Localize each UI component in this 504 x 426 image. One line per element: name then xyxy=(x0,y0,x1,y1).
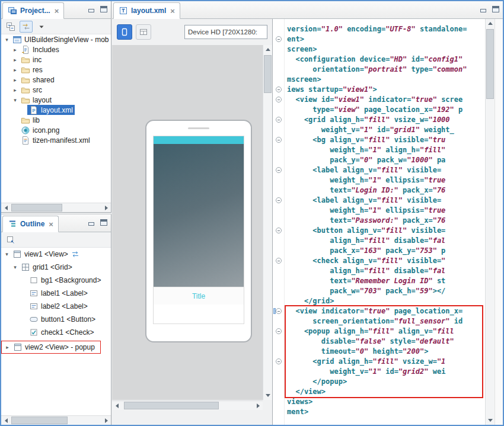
code-line[interactable]: text="Password:" pack_x="76 xyxy=(287,216,485,226)
design-view-button[interactable] xyxy=(117,24,132,40)
scroll-up-icon[interactable] xyxy=(263,45,273,54)
code-line[interactable]: orientation="portrait" type="common" xyxy=(287,65,485,75)
view-menu-button[interactable] xyxy=(35,21,48,33)
code-line[interactable]: ment> xyxy=(287,407,485,417)
code-line[interactable]: disable="false" style="default" xyxy=(287,337,485,347)
maximize-icon[interactable] xyxy=(492,6,499,12)
outline-horizontal-scrollbar[interactable] xyxy=(1,415,111,425)
code-line[interactable]: <label align_v="fill" visible= xyxy=(287,165,485,175)
design-vertical-scrollbar[interactable] xyxy=(263,45,272,400)
chevron-expanded-icon[interactable]: ▾ xyxy=(3,37,11,43)
code-line[interactable]: weight_v="1" id="grid1" weight_ xyxy=(287,125,485,135)
code-line[interactable]: <label align_v="fill" visible= xyxy=(287,196,485,206)
code-line[interactable]: pack_x="163" pack_y="753" p xyxy=(287,246,485,256)
link-with-editor-button[interactable] xyxy=(20,21,33,33)
tree-item-tizen-manifest.xml[interactable]: tizen-manifest.xml xyxy=(1,135,111,145)
tree-item-view1[interactable]: ▾view1 <View> xyxy=(1,248,111,261)
fold-collapse-icon[interactable] xyxy=(276,258,282,264)
chevron-expanded-icon[interactable]: ▾ xyxy=(11,264,19,270)
tree-item-view2[interactable]: ▸view2 <View> - popup xyxy=(1,341,101,354)
scrollbar-track[interactable] xyxy=(11,416,101,425)
code-line[interactable]: screen> xyxy=(287,44,485,55)
code-line[interactable]: pack_y="0" pack_w="1000" pa xyxy=(287,155,485,165)
fold-collapse-icon[interactable] xyxy=(276,87,282,92)
tree-item-icon.png[interactable]: icon.png xyxy=(1,125,111,135)
scroll-left-icon[interactable] xyxy=(1,203,11,212)
code-line[interactable]: <view id="view1" indicator="true" scree xyxy=(287,95,485,105)
scrollbar-track[interactable] xyxy=(263,54,272,391)
scroll-right-icon[interactable] xyxy=(253,401,263,410)
close-icon[interactable]: × xyxy=(55,7,59,15)
maximize-icon[interactable] xyxy=(100,219,107,226)
focus-button[interactable] xyxy=(4,234,17,246)
tree-item-layout[interactable]: ▾layout xyxy=(1,95,111,105)
code-line[interactable]: <grid align_h="fill" vsize_w="1 xyxy=(287,357,485,367)
code-line[interactable]: text="Remember Login ID" st xyxy=(287,276,485,286)
code-line[interactable]: weight_h="1" ellipsis="true xyxy=(287,206,485,216)
tree-item-inc[interactable]: ▸inc xyxy=(1,55,111,65)
chevron-collapsed-icon[interactable]: ▸ xyxy=(11,57,19,63)
device-screen[interactable]: Title xyxy=(153,136,244,324)
project-horizontal-scrollbar[interactable] xyxy=(1,203,111,212)
fold-collapse-icon[interactable] xyxy=(276,137,282,143)
close-icon[interactable]: × xyxy=(170,7,175,15)
code-line[interactable]: views> xyxy=(287,397,485,407)
code-line[interactable]: <popup align_h="fill" align_v="fill xyxy=(287,326,485,337)
code-line[interactable]: <view indicator="true" page_location_x= xyxy=(287,306,485,316)
source-vertical-scrollbar[interactable] xyxy=(485,19,495,425)
scrollbar-track[interactable] xyxy=(11,203,101,212)
code-line[interactable]: text="Login ID:" pack_x="76 xyxy=(287,185,485,196)
tree-item-lib[interactable]: lib xyxy=(1,115,111,125)
scroll-right-icon[interactable] xyxy=(101,416,111,425)
tree-item-label2[interactable]: label2 <Label> xyxy=(1,300,111,313)
code-line[interactable]: <grid align_h="fill" vsize_w="1000 xyxy=(287,115,485,125)
tree-item-label1[interactable]: label1 <Label> xyxy=(1,287,111,300)
fold-collapse-icon[interactable] xyxy=(276,117,282,123)
scroll-up-icon[interactable] xyxy=(486,19,495,28)
source-view-button[interactable] xyxy=(136,24,151,40)
design-canvas[interactable]: Title xyxy=(112,45,263,400)
overview-ruler[interactable] xyxy=(495,19,503,425)
scroll-down-icon[interactable] xyxy=(263,391,273,400)
scroll-down-icon[interactable] xyxy=(486,416,495,425)
chevron-collapsed-icon[interactable]: ▸ xyxy=(11,47,19,53)
code-line[interactable]: type="view" page_location_x="192" p xyxy=(287,105,485,115)
scrollbar-track[interactable] xyxy=(122,401,253,410)
code-editor[interactable]: version="1.0" encoding="UTF-8" standalon… xyxy=(285,19,485,425)
tree-item-shared[interactable]: ▸shared xyxy=(1,75,111,85)
maximize-icon[interactable] xyxy=(100,6,107,12)
scroll-left-icon[interactable] xyxy=(112,401,122,410)
fold-collapse-icon[interactable] xyxy=(276,308,282,314)
collapse-all-button[interactable] xyxy=(4,21,17,33)
code-line[interactable]: version="1.0" encoding="UTF-8" standalon… xyxy=(287,24,485,34)
code-line[interactable]: </grid> xyxy=(287,296,485,306)
design-horizontal-scrollbar[interactable] xyxy=(112,401,263,410)
tree-item-res[interactable]: ▸res xyxy=(1,65,111,75)
chevron-collapsed-icon[interactable]: ▸ xyxy=(11,67,19,73)
tab-project-explorer[interactable]: Project... × xyxy=(2,2,64,19)
chevron-collapsed-icon[interactable]: ▸ xyxy=(11,87,19,93)
tab-outline[interactable]: Outline × xyxy=(2,216,59,232)
preview-statusbar[interactable] xyxy=(154,136,244,144)
code-line[interactable]: mscreen> xyxy=(287,75,485,85)
fold-collapse-icon[interactable] xyxy=(276,97,282,103)
minimize-icon[interactable] xyxy=(88,219,95,226)
scrollbar-thumb[interactable] xyxy=(264,55,272,93)
code-line[interactable]: screen_orientation="full_sensor" id xyxy=(287,316,485,326)
code-line[interactable]: </view> xyxy=(287,387,485,397)
chevron-collapsed-icon[interactable]: ▸ xyxy=(4,344,11,350)
code-line[interactable]: <check align_v="fill" visible=" xyxy=(287,256,485,266)
scroll-left-icon[interactable] xyxy=(1,416,11,425)
minimize-icon[interactable] xyxy=(88,6,95,12)
fold-collapse-icon[interactable] xyxy=(276,197,282,203)
code-line[interactable]: <bg align_v="fill" visible="tru xyxy=(287,135,485,145)
preview-background[interactable] xyxy=(154,144,244,287)
scrollbar-thumb[interactable] xyxy=(11,417,68,424)
code-line[interactable]: pack_w="703" pack_h="59"></ xyxy=(287,286,485,296)
scroll-right-icon[interactable] xyxy=(101,203,111,212)
chevron-expanded-icon[interactable]: ▾ xyxy=(11,97,19,103)
fold-collapse-icon[interactable] xyxy=(276,167,282,173)
tree-item-check1[interactable]: check1 <Check> xyxy=(1,326,111,339)
scrollbar-thumb[interactable] xyxy=(486,29,494,99)
code-line[interactable]: weight_v="1" id="grid2" wei xyxy=(287,367,485,377)
